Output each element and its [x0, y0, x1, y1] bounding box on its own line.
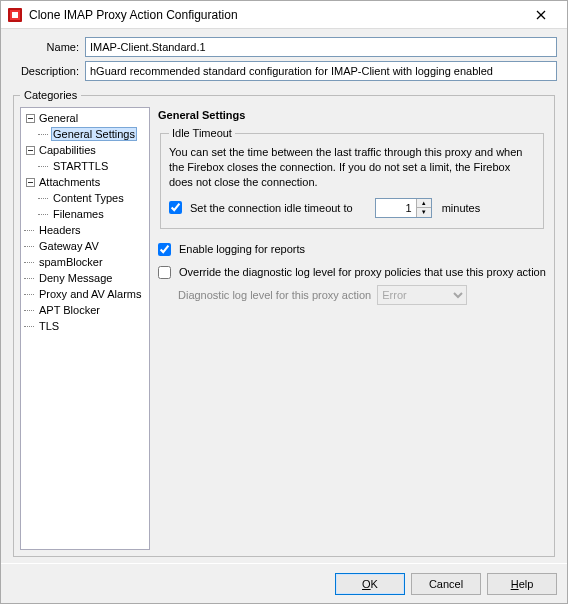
tree-item-general-settings[interactable]: General Settings	[23, 126, 149, 142]
diag-level-select: Error	[377, 285, 467, 305]
settings-heading: General Settings	[158, 109, 546, 121]
name-label: Name:	[11, 41, 85, 53]
category-tree[interactable]: General General Settings Capabilities ST…	[20, 107, 150, 550]
description-label: Description:	[11, 65, 85, 77]
enable-logging-checkbox[interactable]	[158, 243, 171, 256]
tree-item-apt-blocker[interactable]: APT Blocker	[23, 302, 149, 318]
tree-item-headers[interactable]: Headers	[23, 222, 149, 238]
diag-level-label: Diagnostic log level for this proxy acti…	[178, 289, 371, 301]
tree-item-capabilities[interactable]: Capabilities	[23, 142, 149, 158]
idle-timeout-label: Set the connection idle timeout to	[190, 202, 353, 214]
tree-item-proxy-av-alarms[interactable]: Proxy and AV Alarms	[23, 286, 149, 302]
ok-button[interactable]: OK	[335, 573, 405, 595]
collapse-icon[interactable]	[23, 146, 37, 155]
settings-panel: General Settings Idle Timeout You can se…	[156, 107, 548, 550]
svg-rect-2	[12, 12, 18, 18]
dialog-window: Clone IMAP Proxy Action Configuration Na…	[0, 0, 568, 604]
override-diag-checkbox[interactable]	[158, 266, 171, 279]
description-input[interactable]	[85, 61, 557, 81]
idle-timeout-unit: minutes	[442, 202, 481, 214]
dialog-footer: OK Cancel Help	[1, 563, 567, 603]
help-button[interactable]: Help	[487, 573, 557, 595]
window-title: Clone IMAP Proxy Action Configuration	[29, 8, 521, 22]
idle-timeout-spinner[interactable]: ▲ ▼	[375, 198, 432, 218]
name-input[interactable]	[85, 37, 557, 57]
close-button[interactable]	[521, 2, 561, 28]
enable-logging-label: Enable logging for reports	[179, 243, 305, 255]
idle-hint-text: You can set the time between the last tr…	[169, 145, 535, 190]
tree-item-starttls[interactable]: STARTTLS	[23, 158, 149, 174]
cancel-button[interactable]: Cancel	[411, 573, 481, 595]
tree-item-spamblocker[interactable]: spamBlocker	[23, 254, 149, 270]
idle-timeout-group: Idle Timeout You can set the time betwee…	[160, 127, 544, 229]
tree-item-deny-message[interactable]: Deny Message	[23, 270, 149, 286]
tree-item-filenames[interactable]: Filenames	[23, 206, 149, 222]
collapse-icon[interactable]	[23, 178, 37, 187]
categories-legend: Categories	[20, 89, 81, 101]
idle-timeout-checkbox[interactable]	[169, 201, 182, 214]
collapse-icon[interactable]	[23, 114, 37, 123]
override-diag-label: Override the diagnostic log level for pr…	[179, 266, 546, 278]
titlebar: Clone IMAP Proxy Action Configuration	[1, 1, 567, 29]
idle-timeout-legend: Idle Timeout	[169, 127, 235, 139]
app-logo-icon	[7, 7, 23, 23]
spinner-up-icon[interactable]: ▲	[417, 199, 431, 208]
tree-item-attachments[interactable]: Attachments	[23, 174, 149, 190]
idle-timeout-value[interactable]	[376, 199, 416, 217]
tree-item-general[interactable]: General	[23, 110, 149, 126]
tree-item-gateway-av[interactable]: Gateway AV	[23, 238, 149, 254]
tree-item-tls[interactable]: TLS	[23, 318, 149, 334]
categories-fieldset: Categories General General Settings Capa…	[13, 89, 555, 557]
close-icon	[536, 10, 546, 20]
tree-item-content-types[interactable]: Content Types	[23, 190, 149, 206]
spinner-down-icon[interactable]: ▼	[417, 208, 431, 217]
